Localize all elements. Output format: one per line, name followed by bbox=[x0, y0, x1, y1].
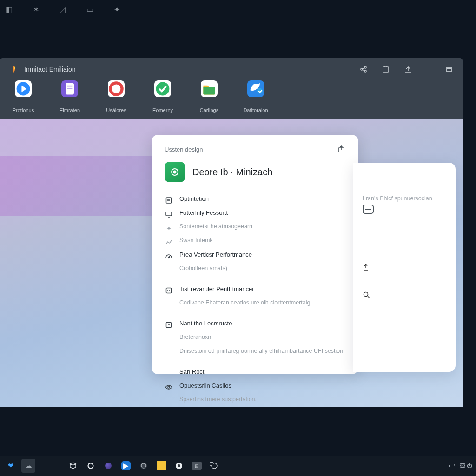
svg-rect-4 bbox=[447, 67, 451, 72]
svg-point-0 bbox=[361, 68, 363, 70]
window-title: Inmitaot Emiliaion bbox=[24, 66, 76, 73]
svg-rect-18 bbox=[166, 288, 172, 293]
app-icon bbox=[154, 80, 171, 97]
card-app-title: Deore Ib · Minizach bbox=[192, 167, 272, 178]
taskbar-spiral-icon[interactable] bbox=[207, 459, 221, 473]
system-top-bar: ◧ ✶ ◿ ▭ ✦ bbox=[0, 0, 476, 19]
taskbar-grid-icon[interactable]: ⊞ bbox=[190, 459, 204, 473]
taskbar-ring-icon[interactable] bbox=[84, 459, 98, 473]
upload-icon[interactable] bbox=[404, 65, 412, 73]
option-row: ✦Sontemetst he atmsogeearn bbox=[165, 222, 345, 233]
restore-window-icon[interactable] bbox=[445, 65, 453, 73]
doc-icon bbox=[165, 196, 173, 205]
settings-card-extension: Lran's Bhicf spunuersocian bbox=[353, 163, 456, 372]
app-icon bbox=[108, 80, 125, 97]
window-header: Inmitaot Emiliaion Protionus Eimraten Us… bbox=[0, 58, 463, 119]
taskbar-globe-icon[interactable] bbox=[172, 459, 186, 473]
taskbar-square-icon[interactable] bbox=[154, 459, 168, 473]
chart-icon bbox=[165, 238, 173, 246]
decorative-band bbox=[0, 156, 153, 216]
option-row: Croholteen amats) bbox=[165, 264, 345, 275]
taskbar-disc-icon[interactable] bbox=[137, 459, 151, 473]
star-icon[interactable]: ✶ bbox=[32, 5, 40, 13]
bracket2-icon bbox=[165, 321, 173, 329]
bracket-icon bbox=[165, 286, 173, 295]
system-tray[interactable]: ▸ ᯤ 🖾 ⏻ bbox=[448, 463, 472, 469]
app-label: Usálores bbox=[106, 107, 126, 113]
option-row[interactable]: Optintetion bbox=[165, 194, 345, 205]
taskbar-dot-icon[interactable] bbox=[101, 459, 115, 473]
app-label: Carlings bbox=[200, 107, 218, 113]
svg-point-1 bbox=[364, 66, 366, 68]
option-row: Spsertins tmere sus:pertation. bbox=[165, 395, 345, 406]
app-icon bbox=[247, 80, 264, 97]
option-text: Spsertins tmere sus:pertation. bbox=[179, 396, 257, 403]
taskbar-cube-icon[interactable] bbox=[66, 459, 80, 473]
option-text: Breteranoxn. bbox=[179, 334, 213, 340]
option-row: Dnisestoin od pnirfareg oorme ally elhih… bbox=[165, 347, 345, 358]
search-icon[interactable] bbox=[363, 291, 370, 298]
share-icon[interactable] bbox=[359, 65, 368, 73]
svg-rect-7 bbox=[67, 86, 73, 87]
minus-box-icon[interactable] bbox=[363, 205, 374, 214]
svg-point-21 bbox=[364, 292, 368, 297]
option-row: Codlvane Ebateran ceatios ure olh clortt… bbox=[165, 298, 345, 310]
option-row: Breteranoxn. bbox=[165, 333, 345, 344]
option-text: Sontemetst he atmsogeearn bbox=[179, 223, 252, 230]
app-logo-icon bbox=[9, 65, 19, 74]
svg-rect-16 bbox=[166, 212, 172, 216]
app-launcher-datitoraion[interactable]: Datitoraion bbox=[242, 80, 270, 113]
monitor-icon bbox=[165, 210, 173, 218]
app-launcher-row: Protionus Eimraten Usálores Eomerny Carl… bbox=[0, 80, 463, 113]
app-label: Eomerny bbox=[152, 107, 173, 113]
app-icon bbox=[61, 80, 78, 97]
taskbar-shell-icon[interactable]: ☁ bbox=[21, 459, 35, 473]
option-row[interactable]: Prea Verticsr Perfortmance bbox=[165, 250, 345, 261]
option-text: Swsn Intemk bbox=[179, 237, 213, 244]
option-text: Nant the Lesrsruste bbox=[179, 320, 232, 327]
option-text: Fotterlnly Fessortt bbox=[179, 209, 228, 216]
option-text: Codlvane Ebateran ceatios ure olh clortt… bbox=[179, 299, 310, 306]
option-text: Prea Verticsr Perfortmance bbox=[179, 251, 252, 258]
app-label: Protionus bbox=[13, 107, 34, 113]
option-text: Opuestsriin Casilos bbox=[179, 382, 231, 389]
box-icon[interactable] bbox=[382, 65, 390, 73]
svg-point-22 bbox=[88, 463, 93, 469]
option-row[interactable]: Fotterlnly Fessortt bbox=[165, 208, 345, 219]
svg-point-14 bbox=[174, 171, 176, 173]
svg-rect-15 bbox=[166, 198, 172, 203]
app-launcher-carlings[interactable]: Carlings bbox=[195, 80, 223, 113]
option-text: Croholteen amats) bbox=[179, 265, 227, 271]
card-subtitle: Ussten design bbox=[165, 146, 203, 153]
taskbar-play-icon[interactable]: ▶ bbox=[119, 459, 133, 473]
option-text: Tist revaruler Pentfrtmancer bbox=[179, 285, 254, 292]
app-launcher-eimraten[interactable]: Eimraten bbox=[56, 80, 84, 113]
option-row[interactable]: Nant the Lesrsruste bbox=[165, 319, 345, 330]
option-row[interactable]: Opuestsriin Casilos bbox=[165, 381, 345, 392]
taskbar-heart-icon[interactable]: ❤ bbox=[4, 459, 18, 473]
menu-icon[interactable]: ◧ bbox=[5, 5, 13, 13]
sparkle-icon[interactable]: ✦ bbox=[112, 5, 121, 13]
app-launcher-usálores[interactable]: Usálores bbox=[102, 80, 130, 113]
send-icon[interactable]: ◿ bbox=[59, 5, 67, 13]
window-icon[interactable]: ▭ bbox=[86, 5, 94, 13]
option-row[interactable]: Tist revaruler Pentfrtmancer bbox=[165, 284, 345, 296]
window-body: Ussten design Deore Ib · Minizach Optint… bbox=[0, 119, 463, 407]
option-text: Dnisestoin od pnirfareg oorme ally elhih… bbox=[179, 348, 345, 354]
svg-point-2 bbox=[364, 70, 366, 72]
gauge-icon bbox=[165, 252, 173, 260]
asterisk-icon: ✦ bbox=[165, 224, 173, 232]
app-launcher-eomerny[interactable]: Eomerny bbox=[149, 80, 177, 113]
svg-rect-8 bbox=[67, 88, 73, 89]
taskbar: ❤ ☁ ▶ ⊞ ▸ ᯤ 🖾 ⏻ bbox=[0, 456, 476, 476]
app-launcher-protionus[interactable]: Protionus bbox=[9, 80, 37, 113]
pin-icon[interactable] bbox=[363, 264, 369, 271]
eye-icon bbox=[165, 383, 173, 391]
export-icon[interactable] bbox=[337, 145, 345, 153]
option-row[interactable]: San Roct bbox=[165, 367, 345, 378]
options-list: OptintetionFotterlnly Fessortt✦Sontemets… bbox=[165, 194, 345, 406]
app-icon bbox=[15, 80, 32, 97]
svg-point-10 bbox=[156, 82, 170, 96]
option-text: San Roct bbox=[179, 368, 204, 375]
svg-point-9 bbox=[110, 83, 122, 94]
